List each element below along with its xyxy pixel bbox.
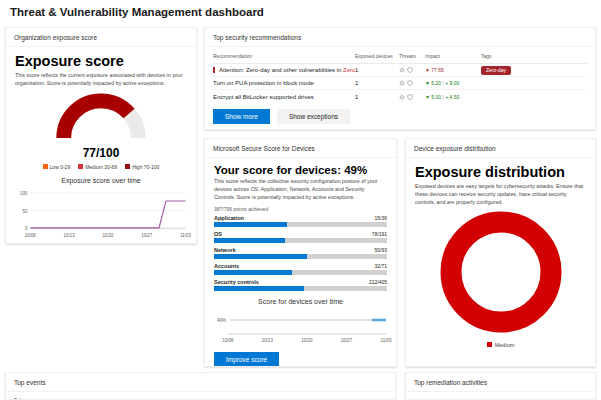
legend-label: Low 0-29 — [50, 164, 71, 170]
medium-color-swatch — [78, 164, 83, 169]
threats-cell — [399, 67, 425, 73]
score-over-time-chart: 49% 10/06 10/13 10/20 10/27 11/03 — [214, 306, 392, 346]
top-events-header: Top events — [6, 373, 395, 392]
category-bar — [214, 254, 387, 259]
y-tick: 100 — [20, 191, 28, 196]
col-threats: Threats — [399, 53, 425, 59]
top-security-recommendations-card: Top security recommendations Recommendat… — [204, 27, 596, 130]
recommendation-title: Turn on PUA protection in block mode — [213, 80, 355, 86]
improve-score-button[interactable]: Improve score — [214, 352, 279, 367]
x-tick: 10/27 — [341, 338, 353, 343]
threats-cell — [399, 94, 425, 100]
exposure-distribution-description: Exposed devices are easy targets for cyb… — [415, 183, 586, 207]
high-color-swatch — [125, 164, 130, 169]
x-tick: 10/06 — [222, 338, 234, 343]
x-tick: 10/06 — [25, 233, 37, 238]
organization-exposure-score-card: Organization exposure score Exposure sco… — [5, 27, 197, 244]
category-bar — [214, 222, 387, 227]
exposure-distribution-title: Exposure distribution — [415, 164, 586, 180]
exposed-devices-count: 1 — [355, 80, 399, 86]
exposure-score-value: 77/100 — [15, 146, 187, 160]
threats-cell — [399, 80, 425, 86]
exposure-score-description: This score reflects the current exposure… — [15, 72, 187, 88]
recommendations-table: Recommendation Exposed devices Threats I… — [205, 47, 595, 103]
bug-icon — [399, 94, 405, 100]
medium-color-swatch — [487, 342, 492, 347]
y-tick: 50 — [22, 208, 27, 213]
device-score-description: This score reflects the collective secur… — [214, 178, 387, 202]
legend-item-medium: Medium 30-69 — [78, 164, 117, 170]
impact-cell: ▼ 5.00 | + 4.50 — [425, 94, 481, 100]
category-bar — [214, 286, 387, 291]
col-exposed-devices: Exposed devices — [355, 53, 399, 59]
tvm-dashboard: { "page": { "title": "Threat & Vulnerabi… — [0, 0, 601, 400]
col-tags: Tags — [481, 53, 587, 59]
category-value: 15/36 — [374, 215, 387, 221]
exposure-distribution-donut — [439, 210, 563, 334]
category-label: Application — [214, 215, 244, 221]
zero-day-tag: Zero-day — [481, 66, 511, 75]
category-value: 50/93 — [374, 247, 387, 253]
secure-score-card-header: Microsoft Secure Score for Devices — [205, 139, 396, 158]
category-label: Network — [214, 247, 236, 253]
impact-cell: ▼ 77.65 — [425, 67, 481, 73]
shield-icon — [407, 67, 413, 73]
points-achieved: 387/796 points achieved — [214, 206, 387, 212]
page-title: Threat & Vulnerability Management dashbo… — [10, 6, 264, 18]
exposure-gauge-legend: Low 0-29 Medium 30-69 High 70-100 — [15, 164, 187, 170]
donut-slice-medium[interactable] — [451, 222, 551, 322]
legend-item-high: High 70-100 — [125, 164, 159, 170]
shield-icon — [407, 80, 413, 86]
recommendation-row[interactable]: Attention: Zero-day and other vulnerabil… — [213, 64, 587, 77]
show-exceptions-button[interactable]: Show exceptions — [277, 109, 350, 124]
exposed-devices-count: 1 — [355, 67, 399, 73]
col-recommendation: Recommendation — [213, 53, 355, 59]
exposed-devices-count: 1 — [355, 94, 399, 100]
y-tick: 0 — [25, 226, 28, 231]
x-tick: 10/13 — [262, 338, 274, 343]
bug-icon — [399, 67, 405, 73]
device-exposure-distribution-card: Device exposure distribution Exposure di… — [405, 138, 596, 367]
category-row-security-controls[interactable]: Security controls212/405 — [214, 279, 387, 292]
low-color-swatch — [43, 164, 48, 169]
score-over-time-title: Score for devices over time — [214, 298, 387, 305]
category-row-network[interactable]: Network50/93 — [214, 247, 387, 260]
x-tick: 10/27 — [141, 233, 153, 238]
recommendation-row[interactable]: Encrypt all BitLocker supported drives 1… — [213, 90, 587, 103]
exposure-over-time-title: Exposure score over time — [15, 177, 187, 184]
category-row-os[interactable]: OS78/191 — [214, 231, 387, 244]
category-bar — [214, 270, 387, 275]
exposure-score-gauge — [49, 89, 153, 142]
category-row-accounts[interactable]: Accounts32/71 — [214, 263, 387, 276]
category-value: 212/405 — [369, 279, 387, 285]
zero-day-highlight: Zero-day — [343, 67, 355, 73]
tags-cell: Zero-day — [481, 66, 587, 75]
recommendations-card-header: Top security recommendations — [205, 28, 595, 47]
category-value: 32/71 — [374, 263, 387, 269]
exposure-over-time-chart: 100 50 0 10/06 10/13 10/20 10/27 11/03 — [15, 185, 193, 242]
device-score-title: Your score for devices: 49% — [214, 164, 387, 176]
exposure-score-line — [30, 201, 185, 228]
category-label: OS — [214, 231, 222, 237]
category-row-application[interactable]: Application15/36 — [214, 215, 387, 228]
distribution-card-header: Device exposure distribution — [406, 139, 595, 158]
exposure-card-header: Organization exposure score — [6, 28, 196, 47]
remediation-card-header: Top remediation activities — [406, 373, 595, 392]
x-tick: 10/20 — [102, 233, 114, 238]
distribution-legend: Medium — [415, 342, 586, 348]
recommendation-title: Attention: Zero-day and other vulnerabil… — [213, 67, 355, 73]
impact-cell: ▼ 5.20 | + 9.00 — [425, 80, 481, 86]
show-more-button[interactable]: Show more — [213, 109, 270, 124]
recommendation-row[interactable]: Turn on PUA protection in block mode 1 ▼… — [213, 77, 587, 90]
bug-icon — [399, 80, 405, 86]
x-tick: 10/20 — [301, 338, 313, 343]
top-events-card: Top events 7 days — [5, 372, 396, 400]
legend-label: High 70-100 — [132, 164, 159, 170]
secure-score-card: Microsoft Secure Score for Devices Your … — [204, 138, 397, 367]
events-period-label: 7 days — [6, 392, 395, 400]
x-tick: 10/13 — [64, 233, 76, 238]
recommendations-table-header: Recommendation Exposed devices Threats I… — [213, 47, 587, 64]
recommendation-title: Encrypt all BitLocker supported drives — [213, 94, 355, 100]
legend-label: Medium 30-69 — [85, 164, 117, 170]
col-impact: Impact — [425, 53, 481, 59]
